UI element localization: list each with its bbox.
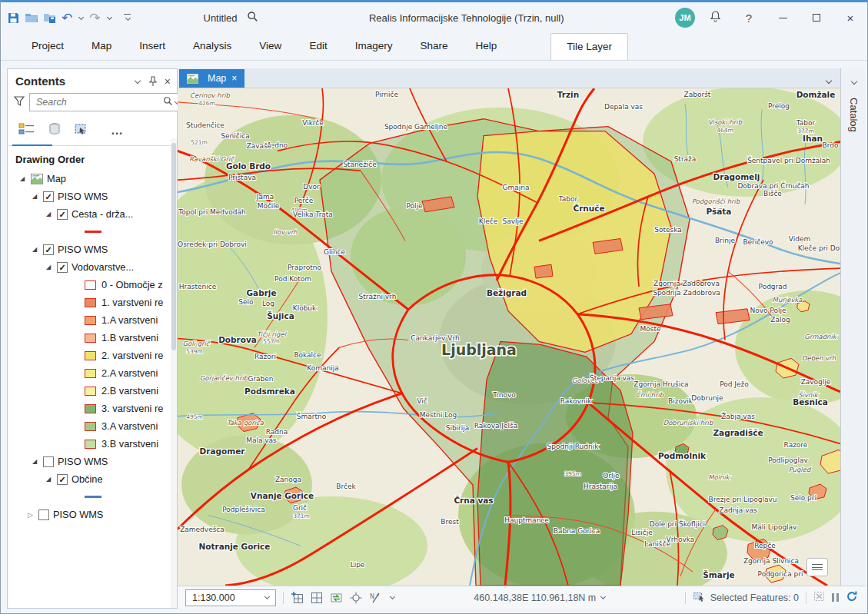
layer-label[interactable]: Map bbox=[47, 173, 66, 184]
layer-checkbox[interactable]: ✓ bbox=[57, 209, 68, 220]
layer-item[interactable]: 1. varstveni re bbox=[8, 294, 177, 311]
ribbon-tab-edit[interactable]: Edit bbox=[295, 33, 341, 60]
layer-checkbox[interactable]: ✓ bbox=[43, 191, 54, 202]
area-symbol-swatch[interactable] bbox=[85, 316, 96, 325]
search-box[interactable] bbox=[29, 93, 186, 111]
layer-item[interactable]: ◢✓Cesta - drža... bbox=[8, 205, 177, 223]
layer-label[interactable]: PISO WMS bbox=[58, 244, 108, 255]
layer-label[interactable]: 0 - Območje z bbox=[101, 279, 163, 290]
save-as-icon[interactable] bbox=[43, 12, 57, 24]
layer-label[interactable]: Občine bbox=[72, 473, 103, 485]
layer-checkbox[interactable] bbox=[38, 509, 49, 520]
layer-label[interactable]: 2.A varstveni bbox=[101, 367, 158, 379]
notifications-button[interactable] bbox=[698, 2, 732, 33]
layer-item[interactable]: 1.A varstveni bbox=[8, 311, 177, 329]
customize-toolbar-button[interactable] bbox=[124, 14, 131, 22]
layer-label[interactable]: PISO WMS bbox=[53, 509, 103, 520]
area-symbol-swatch[interactable] bbox=[85, 422, 96, 431]
legend-swatch-row[interactable] bbox=[8, 488, 177, 506]
line-symbol-swatch[interactable] bbox=[85, 496, 101, 498]
layer-item[interactable]: 2.A varstveni bbox=[8, 364, 177, 382]
close-window-button[interactable]: × bbox=[833, 2, 867, 33]
layer-label[interactable]: Vodovarstve... bbox=[72, 261, 134, 273]
layer-item[interactable]: 3.A varstveni bbox=[8, 417, 177, 435]
sync-extent-icon[interactable] bbox=[330, 592, 343, 604]
layer-item[interactable]: 2.B varstveni bbox=[8, 382, 177, 400]
layer-label[interactable]: 3. varstveni re bbox=[101, 403, 163, 414]
minimize-button[interactable] bbox=[766, 2, 800, 33]
selection-icon[interactable] bbox=[693, 591, 706, 605]
crosshair-icon[interactable] bbox=[350, 592, 362, 604]
expander-icon[interactable]: ▷ bbox=[28, 511, 38, 519]
layer-item[interactable]: 2. varstveni re bbox=[8, 347, 177, 364]
pin-icon[interactable] bbox=[148, 76, 158, 87]
expander-icon[interactable]: ◢ bbox=[32, 246, 43, 253]
list-by-selection-tab[interactable] bbox=[74, 122, 88, 139]
area-symbol-swatch[interactable] bbox=[85, 369, 96, 378]
list-by-data-source-tab[interactable] bbox=[48, 122, 62, 139]
expander-icon[interactable]: ◢ bbox=[32, 193, 43, 200]
layer-item[interactable]: 3. varstveni re bbox=[8, 400, 177, 417]
ribbon-tab-view[interactable]: View bbox=[245, 33, 295, 60]
area-symbol-swatch[interactable] bbox=[85, 351, 96, 360]
area-symbol-swatch[interactable] bbox=[85, 440, 96, 449]
ribbon-tab-map[interactable]: Map bbox=[78, 33, 125, 60]
grid-icon[interactable] bbox=[311, 592, 323, 604]
expander-icon[interactable]: ◢ bbox=[46, 264, 57, 270]
refresh-icon[interactable] bbox=[846, 590, 858, 605]
layer-checkbox[interactable]: ✓ bbox=[57, 262, 68, 273]
list-by-drawing-order-tab[interactable] bbox=[18, 122, 35, 139]
map-canvas[interactable]: LjubljanaTrzinDomžaleZaborštDepala vasPr… bbox=[178, 88, 840, 586]
area-symbol-swatch[interactable] bbox=[85, 404, 96, 413]
maximize-button[interactable] bbox=[800, 2, 833, 33]
scale-combo[interactable]: 1:130.000 bbox=[185, 589, 276, 606]
open-project-icon[interactable] bbox=[25, 12, 38, 24]
catalog-tab[interactable]: Catalog bbox=[848, 98, 860, 132]
close-tab-icon[interactable]: × bbox=[231, 73, 237, 84]
filter-icon[interactable] bbox=[14, 95, 25, 109]
layer-label[interactable]: 3.A varstveni bbox=[101, 420, 158, 432]
layer-item[interactable]: ◢✓PISO WMS bbox=[8, 241, 177, 258]
layer-item[interactable]: ◢✓PISO WMS bbox=[8, 188, 177, 205]
redo-dropdown-icon[interactable] bbox=[106, 14, 111, 19]
panel-menu-button[interactable] bbox=[133, 78, 141, 85]
ribbon-tab-analysis[interactable]: Analysis bbox=[179, 33, 245, 60]
coordinates-display[interactable]: 460.148,38E 110.961,18N m bbox=[474, 592, 607, 603]
layer-label[interactable]: Cesta - drža... bbox=[72, 208, 133, 220]
area-symbol-swatch[interactable] bbox=[85, 387, 96, 396]
layer-item[interactable]: ◢✓Občine bbox=[8, 470, 177, 488]
pause-drawing-icon[interactable] bbox=[832, 593, 839, 602]
layer-checkbox[interactable]: ✓ bbox=[43, 244, 54, 255]
layer-item[interactable]: ◢Map bbox=[8, 170, 177, 188]
layer-label[interactable]: 2.B varstveni bbox=[101, 385, 158, 397]
map-overflow-button[interactable] bbox=[806, 558, 828, 576]
layer-label[interactable]: PISO WMS bbox=[58, 456, 108, 467]
save-project-icon[interactable] bbox=[7, 12, 20, 25]
ribbon-tab-help[interactable]: Help bbox=[461, 33, 510, 60]
contents-scrollbar[interactable] bbox=[171, 138, 177, 608]
layer-item[interactable]: 3.B varstveni bbox=[8, 435, 177, 453]
layer-item[interactable]: ◢PISO WMS bbox=[8, 453, 177, 470]
layer-label[interactable]: 1.A varstveni bbox=[101, 314, 158, 326]
layer-item[interactable]: ▷PISO WMS bbox=[8, 506, 177, 523]
area-symbol-swatch[interactable] bbox=[85, 334, 96, 343]
area-symbol-swatch[interactable] bbox=[85, 280, 96, 290]
legend-swatch-row[interactable] bbox=[8, 223, 177, 241]
redo-button[interactable]: ↷ bbox=[89, 12, 100, 25]
line-symbol-swatch[interactable] bbox=[85, 231, 101, 233]
ribbon-tab-insert[interactable]: Insert bbox=[125, 33, 179, 60]
help-button[interactable]: ? bbox=[732, 2, 766, 33]
avatar[interactable]: JM bbox=[675, 8, 695, 28]
ribbon-tab-share[interactable]: Share bbox=[406, 33, 461, 60]
layer-label[interactable]: PISO WMS bbox=[58, 191, 108, 202]
layer-checkbox[interactable]: ✓ bbox=[57, 474, 68, 485]
tab-list-chevron-icon[interactable] bbox=[824, 74, 833, 88]
north-arrow-icon[interactable]: N bbox=[369, 592, 381, 604]
catalog-chevron-icon[interactable] bbox=[850, 75, 858, 88]
expander-icon[interactable]: ◢ bbox=[46, 211, 57, 217]
ribbon-tab-tile-layer[interactable]: Tile Layer bbox=[550, 33, 628, 60]
search-icon[interactable] bbox=[247, 11, 258, 25]
expander-icon[interactable]: ◢ bbox=[20, 175, 31, 182]
undo-button[interactable]: ↶ bbox=[62, 12, 72, 25]
layer-label[interactable]: 3.B varstveni bbox=[101, 438, 158, 450]
